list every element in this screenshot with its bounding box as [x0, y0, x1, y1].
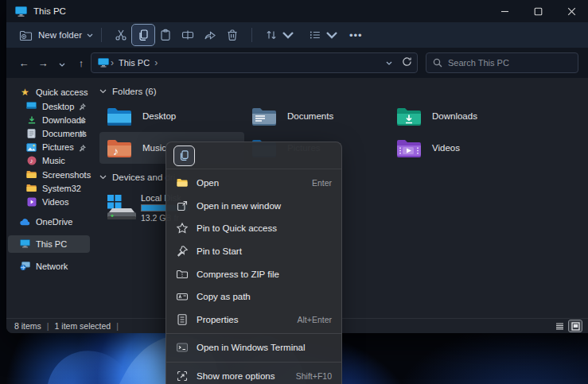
collapse-chevron-icon	[99, 175, 107, 180]
pin-icon	[79, 103, 86, 110]
sidebar-item-network[interactable]: Network	[8, 258, 90, 275]
documents-folder-icon	[251, 106, 278, 127]
menu-item-open-in-windows-terminal[interactable]: Open in Windows Terminal	[166, 336, 341, 359]
breadcrumb-separator: ›	[154, 57, 158, 68]
window-title: This PC	[33, 6, 66, 16]
delete-icon	[226, 29, 239, 41]
terminal-icon	[176, 341, 189, 354]
pin-icon	[79, 116, 86, 123]
sidebar-item-system32[interactable]: System32	[8, 181, 90, 195]
menu-item-copy-as-path[interactable]: Copy as path	[166, 285, 341, 308]
sort-button[interactable]	[260, 25, 299, 45]
maximize-button[interactable]	[521, 0, 555, 22]
menu-item-pin-to-quick-access[interactable]: Pin to Quick access	[166, 217, 341, 240]
sidebar-item-music[interactable]: ♪ Music	[8, 154, 90, 168]
item-count: 8 items	[14, 321, 41, 331]
new-folder-button[interactable]: New folder	[19, 29, 93, 41]
search-icon	[433, 58, 442, 68]
copy-button[interactable]	[173, 145, 195, 166]
shortcut: Enter	[312, 178, 332, 188]
rename-button[interactable]	[177, 25, 199, 45]
address-dropdown-icon[interactable]	[386, 61, 392, 65]
menu-item-show-more-options[interactable]: Show more options Shift+F10	[166, 365, 341, 384]
recent-locations-button[interactable]	[53, 57, 72, 69]
onedrive-cloud-icon	[20, 217, 30, 227]
computer-icon	[20, 239, 30, 249]
sidebar-item-this-pc[interactable]: This PC	[8, 235, 90, 253]
show-more-icon	[176, 370, 189, 382]
menu-item-compress-to-zip[interactable]: Compress to ZIP file	[166, 262, 341, 285]
sidebar-item-quick-access[interactable]: ★ Quick access	[8, 85, 90, 99]
chevron-down-icon	[87, 33, 93, 37]
network-icon	[20, 261, 30, 271]
menu-item-open[interactable]: Open Enter	[166, 172, 341, 195]
thumbnail-view-button[interactable]	[569, 320, 582, 332]
collapse-chevron-icon	[99, 89, 107, 94]
menu-separator	[166, 362, 341, 363]
folder-tile-downloads[interactable]: Downloads	[389, 100, 534, 132]
folder-tile-videos[interactable]: Videos	[389, 132, 534, 164]
cut-button[interactable]	[110, 25, 132, 45]
up-button[interactable]: ↑	[72, 57, 91, 69]
folders-section-header[interactable]: Folders (6)	[99, 83, 588, 100]
music-folder-icon: ♪	[106, 138, 133, 159]
desktop-icon	[26, 101, 37, 111]
sidebar-item-documents[interactable]: Documents	[8, 126, 90, 140]
menu-item-pin-to-start[interactable]: Pin to Start	[166, 240, 341, 263]
sidebar-item-onedrive[interactable]: OneDrive	[8, 214, 90, 231]
context-menu-icon-row	[166, 142, 341, 169]
sidebar-item-screenshots[interactable]: Screenshots	[8, 168, 90, 181]
forward-button[interactable]: →	[33, 57, 53, 69]
details-view-icon	[555, 322, 564, 331]
search-box[interactable]: Search This PC	[426, 52, 578, 73]
selection-count: 1 item selected	[55, 321, 111, 331]
shortcut: Shift+F10	[296, 371, 332, 381]
address-bar[interactable]: › This PC ›	[91, 52, 418, 73]
open-new-window-icon	[176, 200, 189, 212]
chevron-down-icon	[282, 29, 294, 41]
minimize-button[interactable]	[488, 0, 521, 22]
downloads-folder-icon	[395, 106, 423, 127]
context-menu: Open Enter Open in new window Pin to Qui…	[165, 142, 342, 384]
copy-icon	[178, 149, 190, 161]
desktop: This PC New folder	[0, 0, 588, 384]
share-icon	[204, 29, 216, 41]
thumbnail-view-icon	[571, 322, 580, 331]
svg-text:♪: ♪	[29, 157, 33, 165]
sidebar-item-pictures[interactable]: Pictures	[8, 141, 90, 154]
details-view-button[interactable]	[553, 320, 566, 332]
back-button[interactable]: ←	[14, 57, 33, 69]
pin-icon	[79, 130, 86, 137]
cut-icon	[115, 29, 127, 41]
folder-tile-documents[interactable]: Documents	[244, 100, 389, 132]
menu-item-properties[interactable]: Properties Alt+Enter	[166, 308, 341, 332]
delete-button[interactable]	[221, 25, 243, 45]
command-bar: New folder	[6, 22, 588, 48]
rename-icon	[181, 29, 194, 41]
share-button[interactable]	[199, 25, 221, 45]
shortcut: Alt+Enter	[298, 315, 332, 324]
paste-button[interactable]	[154, 25, 177, 45]
pictures-icon	[26, 142, 37, 153]
music-icon: ♪	[26, 156, 37, 166]
sidebar-item-downloads[interactable]: Downloads	[8, 113, 90, 126]
star-icon: ★	[20, 87, 30, 98]
more-options-button[interactable]: •••	[343, 29, 369, 41]
search-placeholder: Search This PC	[448, 58, 509, 68]
copy-path-icon	[176, 290, 189, 303]
copy-button[interactable]	[132, 25, 154, 45]
navigation-pane: ★ Quick access Desktop Downloads	[6, 78, 92, 318]
folder-tile-desktop[interactable]: Desktop	[99, 100, 244, 132]
breadcrumb[interactable]: This PC	[119, 58, 150, 68]
sidebar-item-desktop[interactable]: Desktop	[8, 99, 90, 113]
menu-separator	[166, 333, 341, 334]
refresh-button[interactable]	[402, 56, 412, 70]
new-folder-icon	[19, 29, 33, 41]
view-button[interactable]	[304, 25, 343, 45]
chevron-down-icon	[325, 29, 338, 41]
sort-icon	[265, 29, 278, 41]
close-button[interactable]	[555, 0, 588, 22]
menu-item-open-in-new-window[interactable]: Open in new window	[166, 195, 341, 218]
this-pc-icon	[15, 6, 27, 17]
sidebar-item-videos[interactable]: Videos	[8, 195, 90, 208]
